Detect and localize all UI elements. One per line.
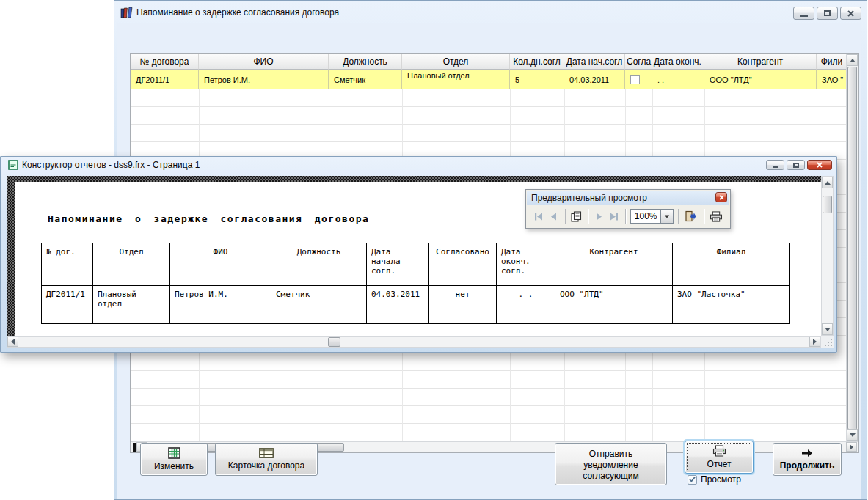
rh-department: Отдел <box>93 243 170 286</box>
last-page-button[interactable] <box>608 208 621 224</box>
close-icon <box>847 10 854 17</box>
grid-selected-row[interactable]: ДГ2011/1 Петров И.М. Сметчик Плановый от… <box>131 70 847 89</box>
checkmark-icon <box>688 476 696 483</box>
scroll-right-button[interactable] <box>846 442 857 452</box>
continue-button[interactable]: Продолжить <box>773 443 842 476</box>
minimize-icon <box>800 15 808 17</box>
cell-days: 5 <box>510 70 564 89</box>
printer-icon <box>710 211 723 222</box>
grid-header: № договора ФИО Должность Отдел Кол.дн.со… <box>131 54 847 70</box>
preview-checkbox[interactable] <box>688 475 697 485</box>
separator <box>704 209 704 224</box>
first-page-button[interactable] <box>532 208 545 224</box>
report-minimize-button[interactable] <box>766 160 784 170</box>
pages-button[interactable] <box>570 208 583 224</box>
main-window-titlebar[interactable]: Напоминание о задержке согласования дого… <box>114 1 867 23</box>
separator <box>625 209 626 224</box>
grid-vscroll-thumb[interactable] <box>847 67 857 430</box>
preview-close-button[interactable] <box>715 192 727 202</box>
arrow-right-icon <box>850 444 853 450</box>
main-window-title: Напоминание о задержке согласования дого… <box>136 7 339 18</box>
report-button-label: Отчет <box>707 459 732 470</box>
rc-approved: нет <box>429 286 497 324</box>
rc-department: Плановый отдел <box>93 286 170 324</box>
arrow-left-icon <box>11 339 15 345</box>
rh-position: Должность <box>271 243 367 286</box>
cell-start-date: 04.03.2011 <box>564 70 625 89</box>
zoom-combobox[interactable]: 100% <box>630 209 674 224</box>
report-vscroll-thumb[interactable] <box>823 196 832 213</box>
col-end-date: Дата оконч. <box>652 54 704 70</box>
maximize-icon <box>793 163 799 168</box>
edit-button-label: Изменить <box>154 461 194 472</box>
table-edit-icon <box>168 447 180 459</box>
next-page-button[interactable] <box>593 208 606 224</box>
col-approved: Согла <box>625 54 652 70</box>
grid-vscrollbar[interactable] <box>846 54 858 441</box>
minimize-icon <box>773 166 778 168</box>
approved-checkbox[interactable] <box>630 75 640 84</box>
cell-position: Сметчик <box>329 70 402 89</box>
cell-branch: ЗАО " <box>817 70 847 89</box>
rc-counterparty: ООО "ЛТД" <box>555 286 673 324</box>
scroll-left-button[interactable] <box>7 337 18 347</box>
close-icon <box>719 195 724 200</box>
rh-end-date: Дата оконч. согл. <box>497 243 555 286</box>
scroll-right-button[interactable] <box>809 337 820 347</box>
rh-counterparty: Контрагент <box>555 243 673 286</box>
arrow-right-icon <box>813 339 817 345</box>
scroll-down-button[interactable] <box>847 429 858 441</box>
report-hscroll-thumb[interactable] <box>328 337 340 347</box>
preview-checkbox-label: Просмотр <box>701 474 741 485</box>
separator <box>588 209 588 224</box>
preview-toolbar-title: Предварительный просмотр <box>531 193 647 203</box>
resize-grip[interactable] <box>821 336 834 348</box>
previous-page-icon <box>550 213 557 221</box>
report-doc-icon <box>8 160 18 170</box>
close-icon <box>817 162 823 168</box>
previous-page-button[interactable] <box>547 208 561 224</box>
rc-contract-no: ДГ2011/1 <box>42 286 93 324</box>
rc-position: Сметчик <box>271 286 367 324</box>
report-table-header-row: № дог. Отдел ФИО Должность Дата начала с… <box>42 243 790 286</box>
report-table-data-row: ДГ2011/1 Плановый отдел Петров И.М. Смет… <box>42 286 790 324</box>
arrow-down-icon <box>850 433 856 437</box>
report-window-titlebar[interactable]: Конструктор отчетов - dss9.frx - Страниц… <box>1 157 836 173</box>
report-button[interactable]: Отчет <box>685 441 754 474</box>
report-window-title: Конструктор отчетов - dss9.frx - Страниц… <box>22 160 200 170</box>
scroll-up-button[interactable] <box>822 177 833 188</box>
cell-end-date: . . <box>652 70 704 89</box>
minimize-button[interactable] <box>793 7 814 20</box>
zoom-dropdown-button[interactable] <box>661 209 674 224</box>
preview-checkbox-row[interactable]: Просмотр <box>688 474 741 485</box>
report-page-title: Напоминание о задержке согласования дого… <box>48 213 369 224</box>
cell-counterparty: ООО "ЛТД" <box>704 70 817 89</box>
edit-button[interactable]: Изменить <box>140 443 208 476</box>
contract-card-button[interactable]: Карточка договора <box>215 443 318 476</box>
pages-icon <box>571 211 582 222</box>
preview-toolbar-titlebar[interactable]: Предварительный просмотр <box>527 191 729 205</box>
preview-toolbar-panel: Предварительный просмотр <box>525 189 731 229</box>
report-vscrollbar[interactable] <box>821 176 834 336</box>
col-counterparty: Контрагент <box>704 54 817 70</box>
first-page-icon <box>534 213 543 221</box>
close-preview-exit-button[interactable] <box>683 208 699 224</box>
report-hscrollbar[interactable] <box>7 336 821 348</box>
maximize-button[interactable] <box>817 7 838 20</box>
cell-fio: Петров И.М. <box>199 70 329 89</box>
cell-department: Плановый отдел <box>402 70 510 89</box>
resize-grip-icon <box>824 338 833 347</box>
send-notification-button[interactable]: Отправить уведомление согласующим <box>555 443 667 485</box>
print-button[interactable] <box>708 208 723 224</box>
scroll-up-button[interactable] <box>847 54 858 66</box>
continue-button-label: Продолжить <box>780 460 835 471</box>
zoom-value[interactable]: 100% <box>630 209 661 224</box>
printer-icon <box>712 445 726 457</box>
report-maximize-button[interactable] <box>787 160 805 170</box>
chevron-down-icon <box>665 215 669 218</box>
separator <box>678 209 679 224</box>
rh-branch: Филиал <box>673 243 790 286</box>
close-button[interactable] <box>840 7 861 20</box>
report-close-button[interactable] <box>807 160 832 170</box>
scroll-down-button[interactable] <box>822 323 833 335</box>
